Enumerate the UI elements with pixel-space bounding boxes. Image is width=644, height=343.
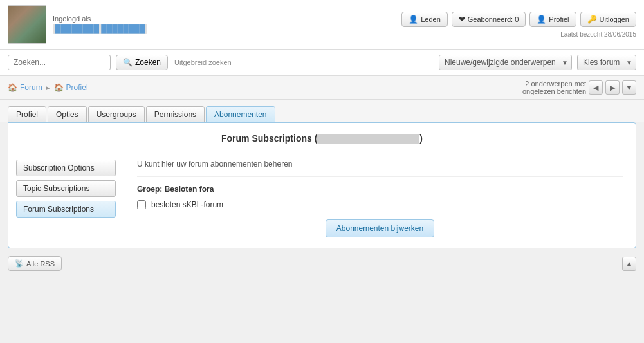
search-right: Nieuwe/gewijzigde onderwerpen ▼ Kies for… — [439, 55, 636, 70]
person-icon: 👤 — [409, 15, 418, 24]
content-panel: U kunt hier uw forum abonnementen behere… — [124, 149, 636, 248]
forum-item-label: besloten sKBL-forum — [151, 200, 223, 209]
content-header: Forum Subscriptions (████████ ████████) — [8, 123, 636, 149]
logged-in-info: Ingelogd als ████████ ████████ — [53, 15, 147, 34]
forum-dropdown-wrapper: Kies forum ▼ — [577, 55, 636, 70]
forum-item: besloten sKBL-forum — [137, 200, 623, 209]
breadcrumb: 🏠 Forum ► 🏠 Profiel — [8, 83, 88, 92]
heart-icon: ❤ — [459, 15, 465, 24]
profiel-icon: 👤 — [537, 15, 546, 24]
unread-info: 2 onderwerpen met ongelezen berichten — [522, 80, 586, 95]
tab-permissions[interactable]: Permissions — [146, 106, 205, 122]
main-content: Forum Subscriptions (████████ ████████) … — [8, 122, 636, 248]
rss-icon: 📡 — [15, 259, 24, 268]
tab-opties[interactable]: Opties — [48, 106, 87, 122]
nav-icon-btn-3[interactable]: ▼ — [622, 80, 636, 95]
leden-label: Leden — [421, 15, 441, 23]
avatar — [8, 5, 46, 44]
header-right: 👤 Leden ❤ Geabonneerd: 0 👤 Profiel 🔑 Uit… — [401, 12, 636, 38]
profiel-label: Profiel — [549, 15, 569, 23]
house-icon: 🏠 — [8, 83, 17, 92]
search-button-label: Zoeken — [135, 58, 161, 67]
last-visited: Laatst bezocht 28/06/2015 — [560, 31, 636, 38]
advanced-search-link[interactable]: Uitgebreid zoeken — [174, 59, 232, 66]
content-body: Subscription Options Topic Subscriptions… — [8, 149, 636, 248]
search-button[interactable]: 🔍 Zoeken — [116, 55, 168, 70]
tab-profiel[interactable]: Profiel — [8, 106, 46, 122]
search-input[interactable] — [8, 55, 111, 70]
profiel-header-button[interactable]: 👤 Profiel — [529, 12, 576, 27]
nav-icon-btn-2[interactable]: ▶ — [605, 80, 620, 95]
tab-usergroups[interactable]: Usergroups — [88, 106, 145, 122]
scroll-top-button[interactable]: ▲ — [622, 257, 636, 271]
leden-button[interactable]: 👤 Leden — [401, 12, 448, 27]
house-icon-2: 🏠 — [54, 83, 64, 92]
geabonneerd-button[interactable]: ❤ Geabonneerd: 0 — [452, 12, 526, 27]
header-buttons: 👤 Leden ❤ Geabonneerd: 0 👤 Profiel 🔑 Uit… — [401, 12, 636, 27]
content-title-end: ) — [419, 133, 423, 144]
topic-subscriptions-button[interactable]: Topic Subscriptions — [16, 180, 116, 197]
content-username-blur: ████████ ████████ — [317, 134, 419, 144]
breadcrumb-profiel[interactable]: Profiel — [66, 83, 88, 92]
tabs-bar: Profiel Opties Usergroups Permissions Ab… — [0, 100, 644, 122]
key-icon: 🔑 — [587, 15, 597, 24]
uitloggen-button[interactable]: 🔑 Uitloggen — [580, 12, 636, 27]
panel-description: U kunt hier uw forum abonnementen behere… — [137, 160, 623, 177]
header-left: Ingelogd als ████████ ████████ — [8, 5, 147, 44]
content-title-start: Forum Subscriptions ( — [221, 133, 317, 144]
rss-button[interactable]: 📡 Alle RSS — [8, 256, 62, 271]
topic-dropdown-wrapper: Nieuwe/gewijzigde onderwerpen ▼ — [439, 55, 572, 70]
header: Ingelogd als ████████ ████████ 👤 Leden ❤… — [0, 0, 644, 50]
nav-icon-btn-1[interactable]: ◀ — [589, 80, 603, 95]
forum-checkbox[interactable] — [137, 200, 146, 209]
forum-dropdown[interactable]: Kies forum — [577, 55, 636, 70]
tab-abonnementen[interactable]: Abonnementen — [206, 106, 275, 122]
nav-right: 2 onderwerpen met ongelezen berichten ◀ … — [522, 80, 636, 95]
update-subscriptions-button[interactable]: Abonnementen bijwerken — [326, 219, 434, 237]
arrow-right-icon: ► — [45, 84, 51, 91]
search-bar: 🔍 Zoeken Uitgebreid zoeken Nieuwe/gewijz… — [0, 50, 644, 76]
subscription-options-button[interactable]: Subscription Options — [16, 160, 116, 176]
username-display: ████████ ████████ — [53, 24, 147, 34]
group-label: Groep: Besloten fora — [137, 185, 623, 194]
search-icon: 🔍 — [123, 58, 133, 67]
forum-subscriptions-button[interactable]: Forum Subscriptions — [16, 201, 116, 218]
logged-in-label: Ingelogd als — [53, 15, 147, 23]
geabonneerd-label: Geabonneerd: 0 — [468, 15, 519, 23]
topic-dropdown[interactable]: Nieuwe/gewijzigde onderwerpen — [439, 55, 572, 70]
breadcrumb-forum[interactable]: Forum — [20, 83, 42, 92]
rss-label: Alle RSS — [26, 260, 55, 268]
footer: 📡 Alle RSS ▲ — [8, 256, 636, 271]
nav-bar: 🏠 Forum ► 🏠 Profiel 2 onderwerpen met on… — [0, 76, 644, 100]
uitloggen-label: Uitloggen — [600, 15, 629, 23]
content-sidebar: Subscription Options Topic Subscriptions… — [8, 149, 124, 248]
